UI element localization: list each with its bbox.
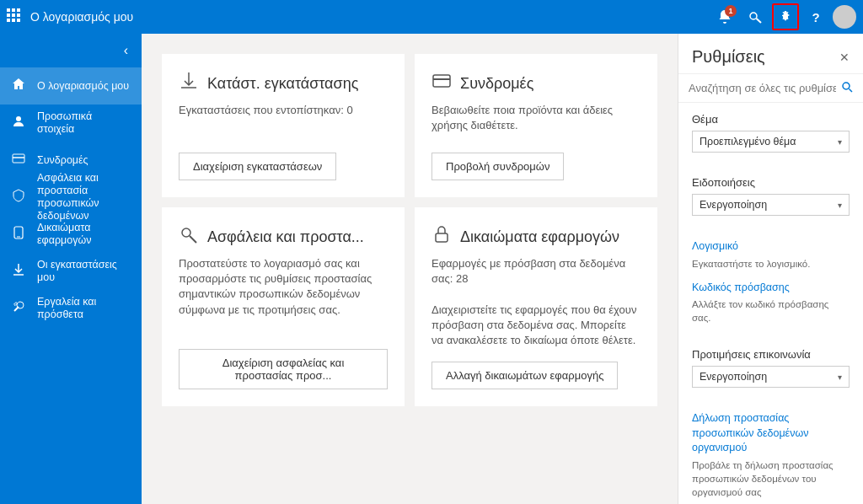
sidebar-item-security[interactable]: Ασφάλεια και προστασία προσωπικών δεδομέ… [0,179,142,216]
settings-search-bar [678,74,863,103]
notification-icon-btn[interactable]: 1 [711,3,738,30]
sidebar-label-personal-info: Προσωπικά στοιχεία [37,110,131,136]
svg-point-19 [182,228,190,237]
theme-label: Θέμα [692,113,850,126]
topbar: Ο λογαριασμός μου 1 ? [0,0,863,34]
avatar[interactable] [833,5,856,29]
manage-installs-button[interactable]: Διαχείριση εγκαταστάσεων [179,153,336,180]
comm-prefs-dropdown[interactable]: Ενεργοποίηση ▾ [692,366,850,388]
sidebar-collapse-btn[interactable]: ‹ [0,34,142,67]
svg-rect-6 [7,19,10,22]
kodikos-desc: Αλλάξτε τον κωδικό πρόσβασης σας. [692,298,850,324]
topbar-icons: 1 ? [711,3,856,30]
comm-prefs-chevron-icon: ▾ [838,373,842,382]
svg-rect-1 [12,8,15,12]
app-rights-card: Δικαιώματα εφαρμογών Εφαρμογές με πρόσβα… [415,207,657,406]
card-icon [10,152,27,169]
kodikos-link[interactable]: Κωδικός πρόσβασης [692,281,850,296]
install-card-subtitle: Εγκαταστάσεις που εντοπίστηκαν: 0 [179,103,388,118]
theme-chevron-icon: ▾ [838,137,842,147]
person-icon [10,115,27,131]
sidebar-item-my-account[interactable]: Ο λογαριασμός μου [0,67,142,105]
svg-line-16 [14,307,19,311]
logismiko-link[interactable]: Λογισμικό [692,239,850,255]
topbar-title: Ο λογαριασμός μου [30,10,711,24]
notifications-dropdown-value: Ενεργοποίηση [700,199,767,211]
logismiko-section: Λογισμικό Εγκαταστήστε το λογισμικό. [678,229,863,277]
install-card-title: Κατάστ. εγκατάστασης [207,75,358,93]
install-card: Κατάστ. εγκατάστασης Εγκαταστάσεις που ε… [162,54,405,197]
theme-section: Θέμα Προεπιλεγμένο θέμα ▾ [678,103,863,159]
settings-search-input[interactable] [689,82,836,94]
sidebar-label-tools: Εργαλεία και πρόσθετα [37,296,131,321]
sidebar: ‹ Ο λογαριασμός μου Προσωπικά στοιχεία Σ… [0,34,142,504]
view-subscriptions-button[interactable]: Προβολή συνδρομών [432,153,564,180]
svg-rect-8 [17,19,20,22]
change-app-rights-button[interactable]: Αλλαγή δικαιωμάτων εφαρμογής [432,362,618,389]
svg-rect-17 [433,75,450,87]
kodikos-section: Κωδικός πρόσβασης Αλλάξτε τον κωδικό πρό… [678,277,863,332]
sidebar-label-subscriptions: Συνδρομές [37,154,88,167]
sidebar-item-personal-info[interactable]: Προσωπικά στοιχεία [0,105,142,142]
settings-search-icon [841,81,853,95]
sidebar-item-tools[interactable]: Εργαλεία και πρόσθετα [0,290,142,327]
grid-icon[interactable] [7,8,20,25]
svg-line-10 [757,19,762,23]
svg-rect-12 [13,154,24,163]
theme-dropdown-value: Προεπιλεγμένο θέμα [700,136,796,147]
notifications-section: Ειδοποιήσεις Ενεργοποίηση ▾ [678,166,863,223]
key-icon-btn[interactable] [742,3,769,30]
svg-rect-4 [12,13,15,17]
cards-grid: Κατάστ. εγκατάστασης Εγκαταστάσεις που ε… [162,54,657,406]
dhlosi-desc: Προβάλε τη δήλωση προστασίας προσωπικών … [692,458,850,499]
main-layout: ‹ Ο λογαριασμός μου Προσωπικά στοιχεία Σ… [0,34,863,504]
subscriptions-card: Συνδρομές Βεβαιωθείτε ποια προϊόντα και … [415,54,657,197]
dhlosi-link[interactable]: Δήλωση προστασίας προσωπικών δεδομένων ο… [692,411,850,456]
security-card-title: Ασφάλεια και προστα... [207,228,364,246]
sidebar-item-my-installs[interactable]: Οι εγκαταστάσεις μου [0,253,142,290]
install-icon [179,71,199,96]
settings-close-btn[interactable]: ✕ [839,51,850,64]
svg-point-9 [750,13,757,19]
settings-icon-btn[interactable] [772,3,799,30]
settings-panel: Ρυθμίσεις ✕ Θέμα Προεπιλεγμένο θέμα ▾ Ει… [678,34,863,504]
shield-icon [10,189,27,206]
lock-card-icon [432,224,452,249]
key-card-icon [179,224,199,249]
comm-prefs-dropdown-value: Ενεργοποίηση [700,371,767,383]
download-icon [10,263,27,280]
sidebar-label-my-account: Ο λογαριασμός μου [37,80,129,93]
dhlosi-section: Δήλωση προστασίας προσωπικών δεδομένων ο… [678,401,863,504]
install-card-header: Κατάστ. εγκατάστασης [179,71,388,96]
app-rights-card-title: Δικαιώματα εφαρμογών [460,228,619,246]
sidebar-label-app-rights: Δικαιώματα εφαρμογών [37,222,131,247]
app-rights-card-header: Δικαιώματα εφαρμογών [432,224,641,249]
theme-dropdown[interactable]: Προεπιλεγμένο θέμα ▾ [692,131,850,153]
notifications-label: Ειδοποιήσεις [692,176,850,189]
subscriptions-card-subtitle: Βεβαιωθείτε ποια προϊόντα και άδειες χρή… [432,103,641,133]
home-icon [10,78,27,94]
notifications-dropdown[interactable]: Ενεργοποίηση ▾ [692,194,850,216]
svg-rect-3 [7,13,10,17]
svg-rect-0 [7,8,10,12]
svg-point-11 [16,116,21,121]
sidebar-label-security: Ασφάλεια και προστασία προσωπικών δεδομέ… [37,172,131,223]
help-icon-btn[interactable]: ? [802,3,829,30]
content-area: Κατάστ. εγκατάστασης Εγκαταστάσεις που ε… [142,34,678,504]
manage-security-button[interactable]: Διαχείριση ασφαλείας και προστασίας προσ… [179,349,388,389]
logismiko-desc: Εγκαταστήστε το λογισμικό. [692,257,850,271]
svg-rect-21 [436,233,448,242]
svg-rect-2 [17,8,20,12]
settings-panel-title: Ρυθμίσεις [692,47,765,67]
mobile-icon [10,226,27,243]
sidebar-label-my-installs: Οι εγκαταστάσεις μου [37,259,131,284]
sidebar-item-app-rights[interactable]: Δικαιώματα εφαρμογών [0,216,142,253]
security-card: Ασφάλεια και προστα... Προστατεύστε το λ… [162,207,405,406]
notifications-chevron-icon: ▾ [838,201,842,210]
security-card-header: Ασφάλεια και προστα... [179,224,388,249]
settings-header: Ρυθμίσεις ✕ [678,34,863,74]
comm-prefs-section: Προτιμήσεις επικοινωνία Ενεργοποίηση ▾ [678,338,863,394]
svg-line-23 [850,89,853,93]
svg-point-22 [843,83,850,89]
svg-line-20 [190,236,196,243]
